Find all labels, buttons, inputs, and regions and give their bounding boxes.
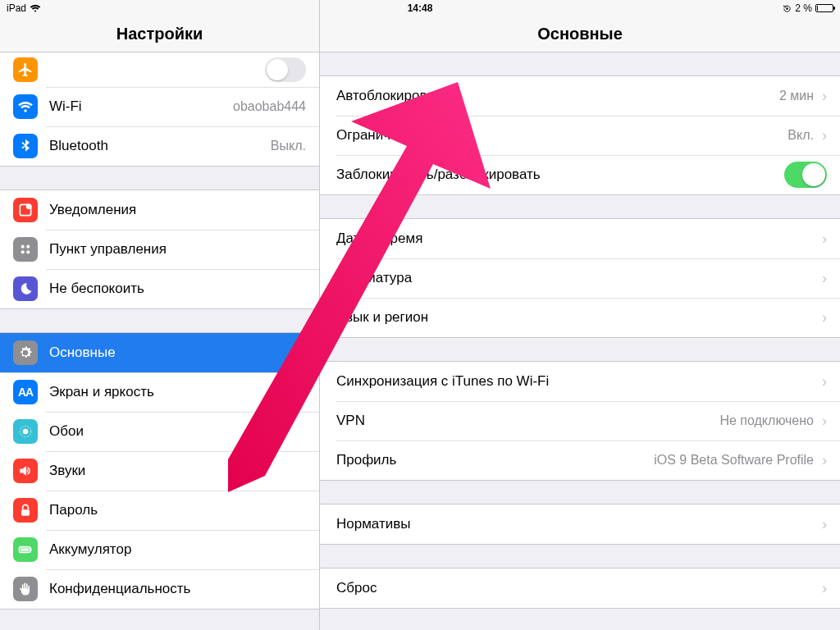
lock-unlock-toggle[interactable] <box>784 162 827 188</box>
row-reset[interactable]: Сброс › <box>320 568 840 608</box>
row-value: iOS 9 Beta Software Profile <box>654 453 814 468</box>
hand-icon <box>13 577 38 601</box>
notifications-icon <box>13 198 38 222</box>
detail-pane: Основные Автоблокировка 2 мин › Ограниче… <box>320 0 840 630</box>
orientation-lock-icon <box>783 4 792 13</box>
row-label: Дата и время <box>336 231 819 247</box>
row-language-region[interactable]: Язык и регион › <box>320 298 840 337</box>
svg-rect-9 <box>21 509 30 516</box>
sidebar-item-label: Bluetooth <box>49 138 271 154</box>
sidebar-item-label: Обои <box>49 423 306 440</box>
sidebar-item-general[interactable]: Основные <box>0 333 319 372</box>
device-label: iPad <box>7 2 26 14</box>
gear-icon <box>13 340 38 365</box>
row-itunes-wifi-sync[interactable]: Синхронизация с iTunes по Wi-Fi › <box>320 362 840 401</box>
svg-point-4 <box>26 245 30 249</box>
row-value: Не подключено <box>719 413 814 428</box>
row-vpn[interactable]: VPN Не подключено › <box>320 401 840 441</box>
clock: 14:48 <box>408 2 433 14</box>
chevron-right-icon: › <box>822 580 827 597</box>
sidebar-item-label: Wi-Fi <box>49 98 233 115</box>
sidebar-item-privacy[interactable]: Конфиденциальность <box>0 569 319 609</box>
row-label: Автоблокировка <box>336 88 779 104</box>
svg-rect-11 <box>30 548 32 550</box>
svg-point-6 <box>26 250 30 253</box>
row-label: Заблокировать/разблокировать <box>336 167 784 183</box>
status-bar: iPad 14:48 2 % <box>0 0 840 16</box>
sidebar-item-passcode[interactable]: Пароль <box>0 491 319 530</box>
sidebar-item-label: Конфиденциальность <box>49 581 306 597</box>
sidebar-item-value: obaobab444 <box>233 99 306 114</box>
wifi-status-icon <box>30 3 41 13</box>
sidebar-group-general: Основные AA Экран и яркость Обои Звуки <box>0 332 319 609</box>
sidebar-item-label: Экран и яркость <box>49 384 306 400</box>
airplane-icon <box>13 57 38 82</box>
row-label: Синхронизация с iTunes по Wi-Fi <box>336 373 819 390</box>
display-icon: AA <box>13 380 38 404</box>
sidebar-item-display[interactable]: AA Экран и яркость <box>0 372 319 412</box>
chevron-right-icon: › <box>822 231 827 248</box>
sidebar-item-label: Пароль <box>49 502 306 518</box>
row-label: VPN <box>336 413 719 429</box>
row-profile[interactable]: Профиль iOS 9 Beta Software Profile › <box>320 441 840 480</box>
chevron-right-icon: › <box>822 270 827 287</box>
row-restrictions[interactable]: Ограничения Вкл. › <box>320 116 840 155</box>
row-value: 2 мин <box>779 89 814 103</box>
svg-point-5 <box>21 250 25 253</box>
sidebar-item-control-center[interactable]: Пункт управления <box>0 230 319 269</box>
detail-group-lock: Автоблокировка 2 мин › Ограничения Вкл. … <box>320 75 840 195</box>
detail-group-locale: Дата и время › Клавиатура › Язык и регио… <box>320 218 840 338</box>
detail-group-sync: Синхронизация с iTunes по Wi-Fi › VPN Не… <box>320 361 840 481</box>
svg-point-3 <box>21 245 25 249</box>
chevron-right-icon: › <box>822 88 827 105</box>
bluetooth-icon <box>13 134 38 158</box>
chevron-right-icon: › <box>822 452 827 469</box>
chevron-right-icon: › <box>822 373 827 390</box>
sidebar-item-label: Пункт управления <box>49 241 306 258</box>
chevron-right-icon: › <box>822 127 827 144</box>
svg-point-2 <box>26 204 32 210</box>
battery-icon <box>815 4 833 12</box>
row-label: Сброс <box>336 580 819 596</box>
chevron-right-icon: › <box>822 309 827 326</box>
sidebar-item-label: Основные <box>49 345 306 361</box>
lock-icon <box>13 498 38 523</box>
wifi-icon <box>13 94 38 119</box>
sidebar-group-notifications: Уведомления Пункт управления Не беспокои… <box>0 189 319 309</box>
sidebar-item-bluetooth[interactable]: Bluetooth Выкл. <box>0 126 319 166</box>
svg-rect-0 <box>787 7 788 9</box>
control-center-icon <box>13 237 38 262</box>
svg-rect-12 <box>21 548 29 550</box>
sidebar-item-label: Аккумулятор <box>49 541 306 558</box>
detail-group-reset: Сброс › <box>320 568 840 609</box>
row-value: Вкл. <box>788 128 814 143</box>
sidebar-item-label: Уведомления <box>49 202 306 218</box>
airplane-toggle[interactable] <box>265 57 306 82</box>
sidebar-item-dnd[interactable]: Не беспокоить <box>0 269 319 308</box>
sidebar-item-battery[interactable]: Аккумулятор <box>0 530 319 569</box>
detail-group-regulatory: Нормативы › <box>320 504 840 545</box>
sidebar-item-value: Выкл. <box>271 139 306 153</box>
battery-icon <box>13 537 38 562</box>
sounds-icon <box>13 459 38 483</box>
sidebar-item-label: Не беспокоить <box>49 281 306 297</box>
row-autolock[interactable]: Автоблокировка 2 мин › <box>320 76 840 116</box>
row-label: Профиль <box>336 452 654 468</box>
row-lock-unlock[interactable]: Заблокировать/разблокировать <box>320 155 840 194</box>
row-regulatory[interactable]: Нормативы › <box>320 504 840 544</box>
ipad-settings-screen: iPad 14:48 2 % Настройки <box>0 0 840 630</box>
sidebar-group-connectivity: Wi-Fi obaobab444 Bluetooth Выкл. <box>0 52 319 167</box>
wallpaper-icon <box>13 419 38 444</box>
sidebar-item-wifi[interactable]: Wi-Fi obaobab444 <box>0 87 319 126</box>
sidebar-item-sounds[interactable]: Звуки <box>0 451 319 491</box>
chevron-right-icon: › <box>822 413 827 430</box>
row-datetime[interactable]: Дата и время › <box>320 219 840 258</box>
svg-point-7 <box>23 429 29 435</box>
chevron-right-icon: › <box>822 516 827 533</box>
row-label: Клавиатура <box>336 270 819 286</box>
sidebar-item-notifications[interactable]: Уведомления <box>0 190 319 230</box>
row-keyboard[interactable]: Клавиатура › <box>320 258 840 298</box>
sidebar-item-wallpaper[interactable]: Обои <box>0 412 319 451</box>
settings-sidebar: Настройки Wi-Fi obaobab444 <box>0 0 320 630</box>
sidebar-item-airplane[interactable] <box>0 52 319 87</box>
